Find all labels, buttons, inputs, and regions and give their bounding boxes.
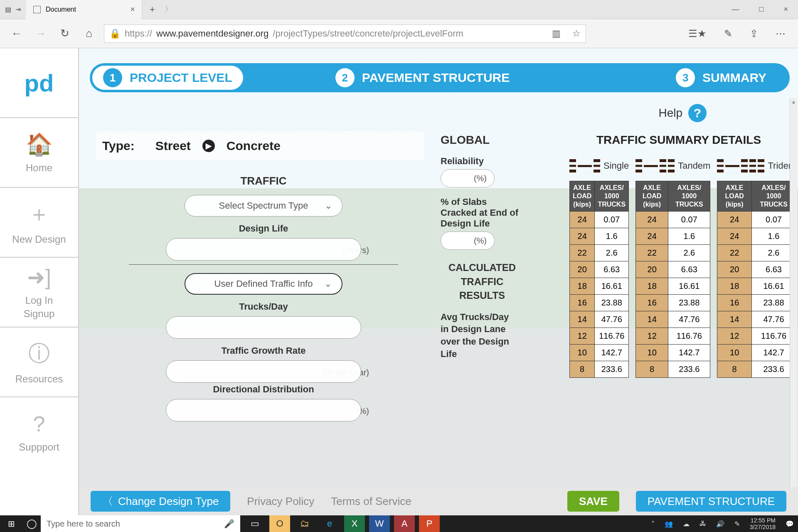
- cell-axle-load[interactable]: 10: [636, 345, 668, 361]
- trucks-day-input[interactable]: [166, 316, 361, 339]
- cell-axle-load[interactable]: 10: [570, 345, 595, 361]
- network-icon[interactable]: 🖧: [699, 520, 706, 527]
- cell-axles-per-1000[interactable]: 142.7: [668, 345, 710, 361]
- cell-axle-load[interactable]: 16: [717, 295, 751, 311]
- volume-icon[interactable]: 🔊: [716, 520, 724, 528]
- cell-axles-per-1000[interactable]: 0.07: [668, 212, 710, 228]
- cell-axles-per-1000[interactable]: 233.6: [668, 361, 710, 378]
- cell-axles-per-1000[interactable]: 2.6: [595, 245, 629, 261]
- taskbar-search-input[interactable]: Type here to search 🎤: [41, 515, 240, 532]
- cell-axle-load[interactable]: 8: [636, 361, 668, 378]
- cell-axle-load[interactable]: 18: [717, 278, 751, 295]
- cell-axle-load[interactable]: 14: [636, 311, 668, 328]
- cell-axles-per-1000[interactable]: 116.76: [668, 328, 710, 345]
- excel-icon[interactable]: X: [344, 515, 365, 532]
- reliability-input[interactable]: (%): [441, 169, 495, 187]
- cell-axle-load[interactable]: 22: [717, 245, 751, 261]
- cell-axle-load[interactable]: 24: [636, 228, 668, 245]
- cell-axle-load[interactable]: 22: [570, 245, 595, 261]
- edge-icon[interactable]: e: [319, 515, 340, 532]
- cell-axle-load[interactable]: 22: [636, 245, 668, 261]
- share-icon[interactable]: ⇪: [750, 28, 758, 39]
- cell-axles-per-1000[interactable]: 6.63: [668, 261, 710, 278]
- step-project-level[interactable]: 1PROJECT LEVEL: [92, 66, 243, 90]
- cell-axles-per-1000[interactable]: 233.6: [595, 361, 629, 378]
- cell-axles-per-1000[interactable]: 47.76: [668, 311, 710, 328]
- cell-axle-load[interactable]: 8: [717, 361, 751, 378]
- cell-axles-per-1000[interactable]: 142.7: [751, 345, 796, 361]
- people-icon[interactable]: 👥: [665, 520, 673, 528]
- sidebar-item-home[interactable]: 🏠 Home: [0, 118, 78, 188]
- powerpoint-icon[interactable]: P: [419, 515, 440, 532]
- cell-axles-per-1000[interactable]: 1.6: [668, 228, 710, 245]
- address-bar[interactable]: 🔒 https:// www.pavementdesigner.org /pro…: [104, 25, 586, 43]
- nav-back-button[interactable]: ←: [7, 25, 26, 43]
- save-button[interactable]: SAVE: [567, 491, 619, 512]
- cell-axles-per-1000[interactable]: 23.88: [751, 295, 796, 311]
- cell-axle-load[interactable]: 24: [570, 212, 595, 228]
- cell-axles-per-1000[interactable]: 6.63: [751, 261, 796, 278]
- cell-axle-load[interactable]: 10: [717, 345, 751, 361]
- step-pavement-structure[interactable]: 2PAVEMENT STRUCTURE: [325, 63, 521, 92]
- task-view-icon[interactable]: ▭: [244, 515, 265, 532]
- cell-axle-load[interactable]: 18: [570, 278, 595, 295]
- cell-axle-load[interactable]: 20: [717, 261, 751, 278]
- cell-axles-per-1000[interactable]: 0.07: [595, 212, 629, 228]
- cell-axle-load[interactable]: 14: [717, 311, 751, 328]
- cell-axle-load[interactable]: 12: [636, 328, 668, 345]
- taskbar-clock[interactable]: 12:55 PM 3/27/2018: [750, 517, 776, 530]
- action-center-icon[interactable]: 💬: [786, 520, 794, 528]
- window-minimize-icon[interactable]: —: [732, 5, 739, 14]
- pen-icon[interactable]: ✎: [734, 520, 740, 528]
- cell-axle-load[interactable]: 12: [717, 328, 751, 345]
- new-tab-button[interactable]: +: [142, 4, 163, 15]
- cell-axles-per-1000[interactable]: 2.6: [668, 245, 710, 261]
- nav-forward-button[interactable]: →: [32, 25, 50, 43]
- cell-axles-per-1000[interactable]: 47.76: [595, 311, 629, 328]
- window-maximize-icon[interactable]: □: [759, 5, 764, 14]
- close-tab-icon[interactable]: ×: [130, 5, 135, 14]
- onedrive-icon[interactable]: ☁: [683, 520, 690, 528]
- cell-axle-load[interactable]: 20: [570, 261, 595, 278]
- traffic-info-select[interactable]: User Defined Traffic Info ⌄: [185, 273, 342, 295]
- cell-axles-per-1000[interactable]: 16.61: [751, 278, 796, 295]
- tab-actions-icon[interactable]: ▤: [5, 5, 11, 13]
- cell-axle-load[interactable]: 18: [636, 278, 668, 295]
- cell-axle-load[interactable]: 12: [570, 328, 595, 345]
- cell-axles-per-1000[interactable]: 233.6: [751, 361, 796, 378]
- cell-axles-per-1000[interactable]: 47.76: [751, 311, 796, 328]
- outlook-icon[interactable]: O: [269, 515, 290, 532]
- favorites-hub-icon[interactable]: ☰★: [688, 28, 707, 39]
- cell-axles-per-1000[interactable]: 116.76: [751, 328, 796, 345]
- next-pavement-structure-button[interactable]: PAVEMENT STRUCTURE: [636, 491, 786, 512]
- sidebar-item-resources[interactable]: ⓘ Resources: [0, 328, 78, 397]
- word-icon[interactable]: W: [369, 515, 390, 532]
- step-summary[interactable]: 3SUMMARY: [665, 63, 777, 92]
- cell-axle-load[interactable]: 16: [636, 295, 668, 311]
- microphone-icon[interactable]: 🎤: [224, 519, 234, 529]
- cell-axle-load[interactable]: 24: [717, 212, 751, 228]
- tray-chevron-up-icon[interactable]: ˄: [651, 520, 655, 528]
- vertical-scrollbar[interactable]: ▲: [790, 98, 797, 515]
- cell-axle-load[interactable]: 24: [570, 228, 595, 245]
- cell-axles-per-1000[interactable]: 116.76: [595, 328, 629, 345]
- cell-axle-load[interactable]: 24: [636, 212, 668, 228]
- cell-axle-load[interactable]: 14: [570, 311, 595, 328]
- sidebar-item-support[interactable]: ? Suppport: [0, 397, 78, 467]
- cell-axles-per-1000[interactable]: 142.7: [595, 345, 629, 361]
- cell-axles-per-1000[interactable]: 6.63: [595, 261, 629, 278]
- sidebar-item-new-design[interactable]: ＋ New Design: [0, 188, 78, 258]
- cell-axles-per-1000[interactable]: 16.61: [668, 278, 710, 295]
- change-design-type-button[interactable]: 〈 Change Design Type: [91, 491, 230, 512]
- slabs-cracked-input[interactable]: (%): [441, 232, 495, 250]
- file-explorer-icon[interactable]: 🗂: [294, 515, 315, 532]
- cell-axles-per-1000[interactable]: 23.88: [595, 295, 629, 311]
- privacy-policy-link[interactable]: Privacy Policy: [247, 495, 314, 508]
- access-icon[interactable]: A: [394, 515, 415, 532]
- nav-refresh-button[interactable]: ↻: [56, 25, 74, 43]
- cell-axles-per-1000[interactable]: 0.07: [751, 212, 796, 228]
- sidebar-item-login[interactable]: ➜] Log In Signup: [0, 258, 78, 328]
- scroll-up-icon[interactable]: ▲: [790, 98, 797, 106]
- cell-axle-load[interactable]: 20: [636, 261, 668, 278]
- window-close-icon[interactable]: ×: [783, 5, 788, 14]
